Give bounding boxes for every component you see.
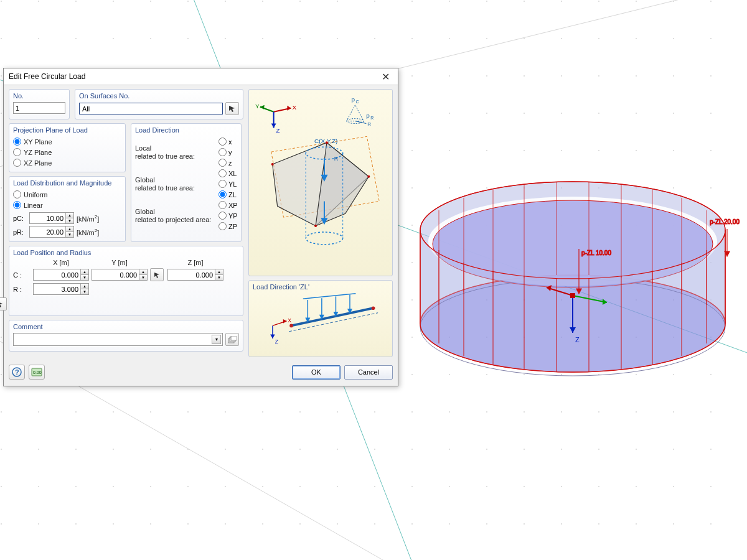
direction-label: Load Direction: [131, 124, 241, 135]
pick-r-button[interactable]: [0, 297, 7, 310]
projection-label: Projection Plane of Load: [9, 124, 125, 135]
load-annotation-center: p-ZL 10.00: [581, 250, 611, 256]
load-annotation-edge: p-ZL 20.00: [710, 218, 740, 225]
svg-text:R: R: [367, 121, 371, 127]
comment-library-button[interactable]: [225, 333, 239, 346]
c-y-input[interactable]: ▲▼: [92, 269, 148, 281]
radio-dir-xl[interactable]: XL: [218, 168, 237, 179]
dir-local-label: Local related to true area:: [135, 142, 217, 162]
svg-line-99: [303, 294, 356, 299]
distribution-label: Load Distribution and Magnitude: [9, 177, 125, 188]
svg-text:X: X: [288, 317, 291, 324]
svg-text:R: R: [334, 156, 339, 162]
radio-uniform[interactable]: Uniform: [13, 189, 121, 200]
close-button[interactable]: ✕: [377, 70, 394, 83]
dialog-title: Edit Free Circular Load: [9, 72, 377, 81]
radio-dir-zp[interactable]: ZP: [218, 221, 237, 231]
radio-dir-x[interactable]: x: [218, 136, 237, 147]
c-z-input[interactable]: ▲▼: [167, 269, 223, 281]
svg-rect-47: [231, 336, 237, 340]
pick-icon: [228, 105, 237, 113]
pc-label: pC:: [13, 215, 27, 222]
svg-point-90: [372, 307, 375, 310]
radio-xz-plane[interactable]: XZ Plane: [13, 157, 121, 168]
radio-dir-yl[interactable]: YL: [218, 179, 237, 189]
pr-label: pR:: [13, 228, 27, 236]
chevron-down-icon[interactable]: ▾: [212, 335, 221, 344]
pr-unit: [kN/m2]: [77, 228, 99, 236]
svg-text:R: R: [370, 116, 374, 120]
svg-marker-49: [287, 106, 291, 111]
no-input[interactable]: [13, 102, 65, 114]
c-label: C :: [13, 271, 31, 279]
position-label: Load Position and Radius: [9, 246, 243, 258]
pick-c-button[interactable]: [150, 268, 164, 281]
svg-text:0.00: 0.00: [33, 370, 42, 375]
radio-dir-z[interactable]: z: [218, 157, 237, 168]
units-icon: 0.00: [31, 368, 42, 376]
svg-text:Y: Y: [255, 103, 260, 110]
illustration-direction: Load Direction 'ZL' X Z: [248, 280, 393, 357]
group-comment: Comment ▾: [9, 320, 243, 352]
dir-global-proj-label: Global related to projected area:: [135, 205, 217, 225]
radio-dir-zl[interactable]: ZL: [218, 189, 237, 200]
pc-input[interactable]: ▲▼: [29, 212, 74, 224]
svg-marker-51: [260, 105, 265, 110]
svg-text:Z: Z: [275, 338, 278, 345]
c-x-input[interactable]: ▲▼: [33, 269, 89, 281]
svg-point-68: [306, 232, 342, 245]
ok-button[interactable]: OK: [292, 365, 341, 380]
svg-text:Z: Z: [276, 127, 280, 134]
pc-unit: [kN/m2]: [77, 214, 99, 223]
svg-rect-40: [570, 293, 575, 298]
help-button[interactable]: ?: [9, 365, 25, 380]
cancel-button[interactable]: Cancel: [344, 365, 393, 380]
help-icon: ?: [12, 367, 22, 377]
svg-line-87: [291, 309, 374, 326]
units-button[interactable]: 0.00: [29, 365, 45, 380]
pick-surfaces-button[interactable]: [225, 102, 239, 115]
dialog-titlebar[interactable]: Edit Free Circular Load ✕: [4, 68, 398, 85]
radio-xy-plane[interactable]: XY Plane: [13, 136, 121, 147]
svg-line-60: [355, 121, 367, 124]
svg-point-89: [289, 324, 293, 328]
no-label: No.: [9, 90, 69, 101]
spin-down-icon[interactable]: ▼: [65, 218, 73, 223]
spin-down-icon[interactable]: ▼: [65, 232, 73, 237]
surfaces-label: On Surfaces No.: [75, 90, 243, 101]
col-z: Z [m]: [167, 259, 223, 266]
col-y: Y [m]: [92, 259, 148, 266]
radio-yz-plane[interactable]: YZ Plane: [13, 147, 121, 157]
svg-point-80: [326, 141, 328, 144]
comment-label: Comment: [9, 320, 243, 332]
axis-z-label: Z: [575, 336, 580, 343]
radio-dir-xp[interactable]: XP: [218, 200, 237, 210]
surfaces-input[interactable]: [79, 103, 223, 114]
svg-text:X: X: [292, 104, 296, 111]
dir-global-true-label: Global related to true area:: [135, 174, 217, 194]
comment-combo[interactable]: ▾: [13, 333, 223, 346]
svg-marker-53: [271, 124, 276, 128]
group-direction: Load Direction Local related to true are…: [131, 123, 242, 242]
group-projection: Projection Plane of Load XY Plane YZ Pla…: [9, 123, 126, 172]
dialog-edit-free-circular-load: Edit Free Circular Load ✕ No. On Surface…: [3, 68, 398, 386]
svg-marker-84: [270, 335, 275, 339]
group-surfaces: On Surfaces No.: [75, 89, 243, 119]
spin-up-icon[interactable]: ▲: [65, 213, 73, 218]
spin-up-icon[interactable]: ▲: [65, 226, 73, 232]
col-x: X [m]: [33, 259, 89, 266]
radio-dir-yp[interactable]: YP: [218, 210, 237, 221]
r-input[interactable]: ▲▼: [33, 283, 89, 295]
group-distribution: Load Distribution and Magnitude Uniform …: [9, 176, 126, 242]
svg-point-78: [367, 175, 370, 178]
illus2-label: Load Direction 'ZL': [253, 283, 388, 291]
svg-marker-82: [283, 319, 287, 324]
stack-icon: [228, 336, 237, 343]
group-position: Load Position and Radius X [m] Y [m] Z […: [9, 246, 243, 316]
svg-text:p: p: [366, 112, 370, 119]
radio-linear[interactable]: Linear: [13, 200, 121, 210]
radio-dir-y[interactable]: y: [218, 147, 237, 157]
pr-input[interactable]: ▲▼: [29, 226, 74, 238]
svg-text:?: ?: [15, 368, 19, 376]
svg-text:C: C: [356, 100, 359, 104]
